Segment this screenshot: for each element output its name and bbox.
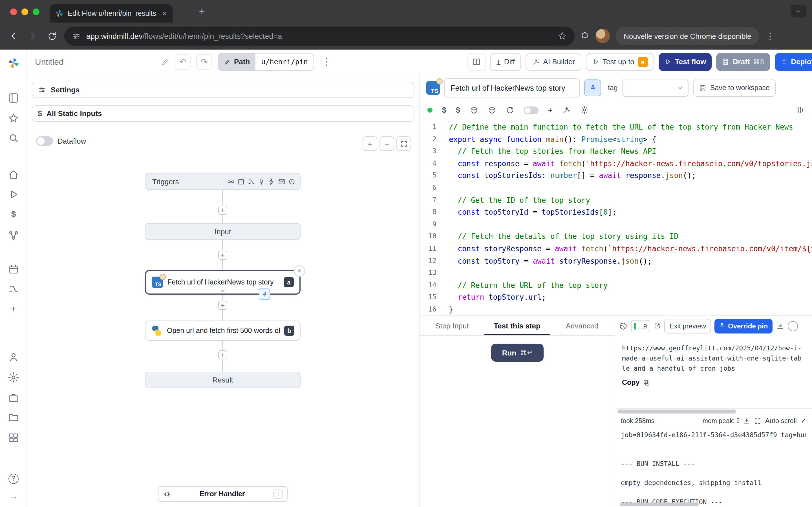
code-line[interactable]: 16} (419, 304, 812, 316)
url-omnibox[interactable]: app.windmill.dev/flows/edit/u/henri/pin_… (64, 26, 574, 46)
code-line[interactable]: 13 (419, 267, 812, 279)
test-flow-button[interactable]: Test flow (659, 53, 712, 71)
fit-view-button[interactable] (396, 136, 411, 151)
insert-step-button[interactable]: + (218, 206, 227, 215)
deploy-button[interactable]: Deploy (774, 53, 812, 71)
flow-title[interactable]: Untitled (35, 57, 64, 66)
override-pin-button[interactable]: Override pin (714, 319, 772, 333)
insert-step-button[interactable]: + (218, 251, 227, 260)
tab-search-button[interactable] (791, 5, 806, 17)
back-icon[interactable] (7, 29, 20, 43)
code-line[interactable]: 8 const topStoryId = topStoriesIds[0]; (419, 206, 812, 218)
triggers-node[interactable]: Triggers (145, 173, 301, 190)
pinned-result-indicator[interactable] (259, 288, 270, 300)
code-line[interactable]: 6 (419, 182, 812, 194)
auto-scroll-check-icon[interactable]: ✓ (801, 417, 806, 425)
reload-icon[interactable] (506, 106, 514, 114)
workers-icon[interactable] (8, 392, 19, 403)
kafka-icon[interactable] (268, 178, 275, 185)
websocket-icon[interactable] (258, 178, 265, 185)
library-icon[interactable] (796, 106, 804, 114)
routes-icon[interactable] (8, 283, 19, 295)
code-line[interactable]: 14 // Return the URL of the top story (419, 279, 812, 291)
copy-result-button[interactable]: Copy (622, 379, 805, 386)
dataflow-toggle[interactable] (36, 136, 53, 146)
code-line[interactable]: 7 // Get the ID of the top story (419, 194, 812, 206)
history-icon[interactable] (619, 321, 627, 330)
http-route-icon[interactable] (248, 178, 255, 185)
save-to-workspace-button[interactable]: Save to workspace (693, 79, 776, 97)
resources-icon[interactable]: $ (456, 106, 460, 114)
expand-logs-icon[interactable] (754, 417, 761, 425)
flow-settings-row[interactable]: Settings (32, 82, 414, 98)
flows-icon[interactable] (8, 230, 19, 241)
minimize-window-button[interactable] (21, 8, 28, 15)
test-up-to-button[interactable]: Test up to a (586, 53, 654, 71)
flow-title-field[interactable]: Untitled (35, 57, 169, 66)
bottom-scrollbar[interactable] (620, 503, 699, 506)
folders-icon[interactable] (8, 412, 19, 423)
close-window-button[interactable] (10, 8, 17, 15)
remove-step-icon[interactable]: × (294, 265, 305, 277)
tab-advanced[interactable]: Advanced (550, 316, 615, 335)
exit-preview-button[interactable]: Exit preview (665, 319, 711, 333)
code-line[interactable]: 10 // Fetch the details of the top story… (419, 231, 812, 243)
more-options-icon[interactable]: ⋮ (320, 56, 333, 67)
edit-title-pencil-icon[interactable] (161, 58, 169, 66)
poll-icon[interactable] (288, 178, 296, 185)
add-icon[interactable]: + (8, 304, 19, 315)
collapse-step-chevron-icon[interactable] (219, 287, 226, 294)
variables-icon[interactable]: $ (442, 106, 446, 114)
step-name-input[interactable] (444, 78, 580, 98)
ai-builder-button[interactable]: AI Builder (525, 53, 581, 71)
redo-button[interactable]: ↷ (196, 54, 212, 69)
code-line[interactable]: 1// Define the main function to fetch th… (419, 121, 812, 133)
step-a-node-selected[interactable]: TS Fetch url of HackerNews top story a × (145, 270, 301, 295)
browser-tab[interactable]: Edit Flow u/henri/pin_results × (50, 4, 172, 22)
log-horizontal-scrollbar[interactable] (615, 409, 812, 414)
diff-icon[interactable]: ± (548, 106, 552, 115)
tag-select[interactable] (622, 79, 689, 97)
download-icon[interactable] (776, 322, 784, 330)
bookmark-star-icon[interactable] (558, 32, 567, 41)
extensions-icon[interactable] (580, 31, 590, 41)
url-text[interactable]: app.windmill.dev/flows/edit/u/henri/pin_… (86, 32, 552, 40)
schedules-icon[interactable] (8, 264, 19, 275)
editor-toggle[interactable] (524, 106, 539, 114)
home-icon[interactable] (8, 169, 19, 180)
help-icon[interactable]: ? (8, 473, 19, 484)
docs-icon[interactable] (8, 93, 19, 104)
code-line[interactable]: 12 const topStory = await storyResponse.… (419, 255, 812, 267)
profile-avatar[interactable] (596, 29, 610, 43)
path-control[interactable]: Path u/henri/pin (218, 53, 314, 71)
tab-test-this-step[interactable]: Test this step (485, 316, 550, 335)
code-line[interactable]: 4 const response = await fetch('https://… (419, 158, 812, 170)
apps-grid-icon[interactable] (8, 432, 19, 443)
input-node[interactable]: Input (145, 223, 301, 240)
result-url[interactable]: https://www.geoffreylitt.com/2025/04/12/… (622, 343, 804, 374)
tab-step-input[interactable]: Step Input (419, 316, 485, 335)
draft-button[interactable]: Draft ⌘S (716, 53, 770, 71)
insert-step-button[interactable]: + (218, 350, 227, 359)
static-inputs-row[interactable]: $ All Static Inputs (32, 105, 414, 122)
chrome-menu-icon[interactable]: ⋮ (765, 31, 775, 41)
new-tab-button[interactable]: + (195, 5, 209, 18)
add-error-handler-button[interactable]: + (273, 490, 283, 499)
settings-gear-icon[interactable] (8, 372, 19, 383)
result-node[interactable]: Result (145, 372, 301, 388)
chrome-update-button[interactable]: Nouvelle version de Chrome disponible (616, 27, 759, 45)
tab-close-icon[interactable]: × (162, 9, 167, 17)
search-icon[interactable] (8, 132, 19, 144)
schedule-icon[interactable] (238, 178, 245, 185)
undo-button[interactable]: ↶ (175, 54, 191, 69)
editor-settings-gear-icon[interactable] (580, 106, 589, 114)
timer-icon[interactable] (788, 321, 798, 331)
ai-wand-icon[interactable] (562, 106, 570, 114)
docs-book-button[interactable] (467, 53, 486, 71)
insert-step-button[interactable]: + (218, 301, 227, 310)
collapse-sidebar-icon[interactable]: → (8, 492, 19, 503)
log-lines[interactable]: job=019634fd-e186-211f-5364-d3e4385d57f9… (615, 427, 812, 507)
code-editor[interactable]: 1// Define the main function to fetch th… (419, 119, 812, 316)
code-line[interactable]: 3 // Fetch the top stories from Hacker N… (419, 145, 812, 158)
reload-icon[interactable] (45, 29, 59, 43)
